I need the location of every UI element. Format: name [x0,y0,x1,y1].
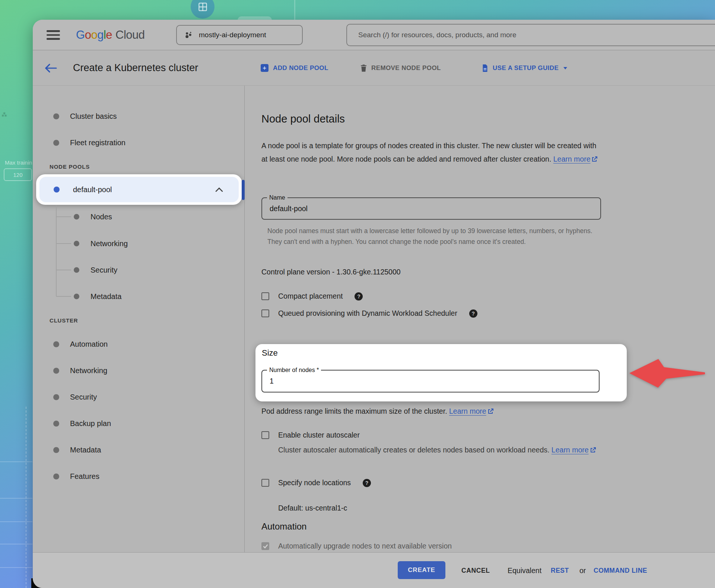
ghost-row-line [0,544,32,544]
page-title: Create a Kubernetes cluster [73,50,198,86]
step-dot [53,140,59,146]
hamburger-menu-icon[interactable] [47,30,60,42]
sidebar-item-security[interactable]: Security [33,393,244,401]
create-button[interactable]: CREATE [398,561,445,579]
sidebar-item-pool-metadata[interactable]: Metadata [33,292,244,301]
search-input[interactable]: Search (/) for resources, docs, products… [346,24,715,46]
external-link-icon [488,407,494,416]
screen: ⁂ Max trainin 120 Google Cloud mostly-ai… [0,0,715,588]
step-dot [74,267,79,273]
back-button[interactable] [44,50,57,86]
step-dot [53,113,59,119]
external-link-icon [592,153,598,166]
action-bar: CREATE CANCEL Equivalent REST or COMMAND… [33,552,715,588]
external-link-icon [590,445,596,456]
sidebar-item-networking[interactable]: Networking [33,366,244,375]
sidebar-item-pool-networking[interactable]: Networking [33,239,244,248]
step-dot-selected [54,187,60,193]
use-setup-guide-button[interactable]: USE A SETUP GUIDE [482,50,568,86]
back-arrow-icon [44,63,57,73]
step-dot [53,447,59,453]
size-card: Size Number of nodes * 1 [255,344,627,401]
project-name: mostly-ai-deployment [199,31,266,39]
number-of-nodes-label: Number of nodes * [267,367,321,374]
ghost-max-training-input: 120 [4,168,32,181]
remove-node-pool-button[interactable]: REMOVE NODE POOL [360,50,441,86]
topbar: Google Cloud mostly-ai-deployment Search… [33,20,715,50]
sidebar-item-nodes[interactable]: Nodes [33,213,244,221]
red-annotation-arrow [626,354,715,395]
cluster-autoscaler-row: Enable cluster autoscaler [261,431,360,439]
ghost-dashed-line [26,407,26,588]
ghost-icons: ⁂ [1,112,16,118]
number-of-nodes-field[interactable]: Number of nodes * 1 [261,370,600,392]
step-dot [74,214,79,220]
autoscaler-description: Cluster autoscaler automatically creates… [278,444,602,456]
scrollbar-thumb[interactable] [242,180,245,200]
number-of-nodes-value: 1 [270,371,274,392]
control-plane-version: Control plane version - 1.30.6-gke.11250… [261,268,401,276]
sidebar-item-backup-plan[interactable]: Backup plan [33,419,244,428]
size-heading: Size [262,348,278,358]
sidebar-item-automation[interactable]: Automation [33,340,244,349]
sidebar-item-default-pool-selected[interactable]: default-pool [36,174,242,205]
rest-link[interactable]: REST [551,553,569,588]
google-cloud-logo: Google Cloud [76,20,145,50]
sidebar-item-features[interactable]: Features [33,472,244,481]
logo-cloud-text: Cloud [115,28,145,42]
check-icon [263,544,268,549]
sidebar-item-metadata[interactable]: Metadata [33,446,244,454]
queued-provisioning-row: Queued provisioning with Dynamic Workloa… [261,309,477,318]
create-cluster-dialog: Google Cloud mostly-ai-deployment Search… [33,20,715,588]
specify-node-locations-row: Specify node locations ? [261,479,371,487]
trash-icon [360,64,367,72]
ghost-divider [294,0,295,20]
default-pool-pill: default-pool [39,177,239,202]
document-icon [482,64,488,72]
learn-more-link[interactable]: Learn more [552,446,589,454]
learn-more-link[interactable]: Learn more [449,407,486,415]
ghost-grid-app-icon [191,0,214,19]
section-heading: Node pool details [261,113,345,125]
step-dot [53,473,59,479]
auto-upgrade-row: Automatically upgrade nodes to next avai… [261,542,452,550]
sidebar-item-fleet-registration[interactable]: Fleet registration [33,139,244,147]
help-icon[interactable]: ? [363,479,371,487]
compact-placement-checkbox[interactable] [261,292,269,300]
chevron-up-icon[interactable] [215,187,223,192]
name-helper-text: Node pool names must start with a lowerc… [267,226,595,247]
step-dot [53,394,59,400]
cluster-autoscaler-checkbox[interactable] [261,431,269,439]
sidebar-item-cluster-basics[interactable]: Cluster basics [33,112,244,121]
name-field[interactable]: Name default-pool [261,197,601,220]
default-location-text: Default: us-central1-c [278,504,347,512]
search-placeholder: Search (/) for resources, docs, products… [358,31,517,39]
step-dot [74,294,79,299]
name-field-value: default-pool [270,198,308,219]
plus-icon: + [261,64,268,72]
add-node-pool-button[interactable]: + ADD NODE POOL [261,50,328,86]
or-label: or [579,553,586,588]
sidebar-section-node-pools: NODE POOLS [50,163,90,170]
specify-node-locations-checkbox[interactable] [261,479,269,487]
help-icon[interactable]: ? [469,309,477,318]
step-dot [53,341,59,347]
page-header: Create a Kubernetes cluster + ADD NODE P… [33,50,715,86]
queued-provisioning-checkbox[interactable] [261,309,269,317]
project-icon [184,31,193,39]
intro-paragraph: A node pool is a template for groups of … [261,139,603,166]
ghost-max-training-label: Max trainin [5,159,32,166]
auto-upgrade-checkbox-checked[interactable] [261,542,269,550]
sidebar-item-pool-security[interactable]: Security [33,266,244,274]
command-line-link[interactable]: COMMAND LINE [594,553,647,588]
project-selector[interactable]: mostly-ai-deployment [176,25,303,45]
step-dot [74,241,79,247]
equivalent-label: Equivalent [508,553,541,588]
ghost-row-line [0,461,32,462]
step-dot [53,420,59,426]
cancel-button[interactable]: CANCEL [461,553,490,588]
ghost-row-line [0,498,32,499]
ghost-row-line [0,567,32,568]
learn-more-link[interactable]: Learn more [553,155,591,163]
help-icon[interactable]: ? [355,292,363,301]
